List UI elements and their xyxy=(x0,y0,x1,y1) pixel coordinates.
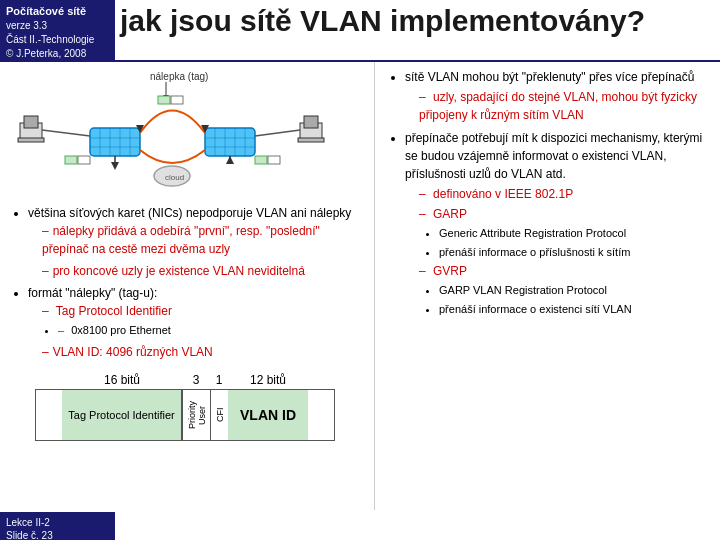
part: Část II.-Technologie xyxy=(6,33,109,47)
svg-rect-29 xyxy=(268,156,280,164)
lekce-label: Lekce II-2 xyxy=(6,516,109,529)
tag-table: Tag Protocol Identifier User Priority CF… xyxy=(35,389,335,441)
footer-panel: Lekce II-2 Slide č. 23 xyxy=(0,512,115,540)
garp-sub-1: Generic Attribute Registration Protocol xyxy=(439,225,712,242)
left-column: nálepka (tag) xyxy=(0,62,370,510)
svg-rect-26 xyxy=(65,156,77,164)
bits-3: 3 xyxy=(182,373,210,387)
sub-bullet-2a: Tag Protocol Identifier 0x8100 pro Ether… xyxy=(42,302,360,339)
svg-marker-35 xyxy=(226,156,234,164)
svg-rect-8 xyxy=(90,128,140,156)
tag-table-section: 16 bitů 3 1 12 bitů Tag Protocol Identif… xyxy=(10,373,360,441)
network-diagram: nálepka (tag) xyxy=(10,68,360,198)
vertical-divider xyxy=(374,62,375,510)
svg-rect-7 xyxy=(298,138,324,142)
gvrp-sub-1: GARP VLAN Registration Protocol xyxy=(439,282,712,299)
header-left-panel: Počítačové sítě verze 3.3 Část II.-Techn… xyxy=(0,0,115,60)
right-bullet-1: sítě VLAN mohou být "překlenuty" přes ví… xyxy=(405,68,712,124)
sub-bullet-2c: VLAN ID: 4096 různých VLAN xyxy=(42,343,360,361)
tag-cell-tpi: Tag Protocol Identifier xyxy=(62,390,182,440)
bits-12: 12 bitů xyxy=(228,373,308,387)
bits-header: 16 bitů 3 1 12 bitů xyxy=(10,373,360,387)
bullet-1: většina síťových karet (NICs) nepodporuj… xyxy=(28,204,360,280)
garp-sub-2: přenáší informace o příslušnosti k sítím xyxy=(439,244,712,261)
gvrp-sub-2: přenáší informace o existenci sítí VLAN xyxy=(439,301,712,318)
svg-text:cloud: cloud xyxy=(165,173,184,182)
right-sub-2b: GARP Generic Attribute Registration Prot… xyxy=(419,205,712,260)
svg-line-23 xyxy=(255,130,300,136)
right-column: sítě VLAN mohou být "překlenuty" přes ví… xyxy=(379,62,720,510)
right-bullet-2: přepínače potřebují mít k dispozici mech… xyxy=(405,129,712,317)
svg-line-22 xyxy=(42,130,90,136)
version: verze 3.3 xyxy=(6,19,109,33)
content-area: nálepka (tag) xyxy=(0,62,720,510)
svg-rect-3 xyxy=(24,116,38,128)
svg-marker-33 xyxy=(111,162,119,170)
svg-rect-28 xyxy=(255,156,267,164)
tag-cell-vlan-id: VLAN ID xyxy=(228,390,308,440)
svg-text:nálepka (tag): nálepka (tag) xyxy=(150,71,208,82)
tag-cell-cfi: CFI xyxy=(210,390,228,440)
sub-sub-2b: 0x8100 pro Ethernet xyxy=(58,322,360,339)
svg-rect-6 xyxy=(304,116,318,128)
right-sub-1a: uzly, spadající do stejné VLAN, mohou bý… xyxy=(419,88,712,124)
bits-16: 16 bitů xyxy=(62,373,182,387)
right-sub-2a: definováno v IEEE 802.1P xyxy=(419,185,712,203)
app-name: Počítačové sítě xyxy=(6,4,109,19)
sub-bullet-1b: pro koncové uzly je existence VLAN nevid… xyxy=(42,262,360,280)
svg-rect-4 xyxy=(18,138,44,142)
svg-rect-15 xyxy=(205,128,255,156)
right-sub-2c: GVRP GARP VLAN Registration Protocol pře… xyxy=(419,262,712,317)
sub-bullet-1a: nálepky přidává a odebírá "první", resp.… xyxy=(42,222,360,258)
left-bullets: většina síťových karet (NICs) nepodporuj… xyxy=(10,204,360,365)
svg-rect-27 xyxy=(78,156,90,164)
page-title: jak jsou sítě VLAN implementovány? xyxy=(120,4,720,38)
bullet-2: formát "nálepky" (tag-u): Tag Protocol I… xyxy=(28,284,360,361)
svg-rect-31 xyxy=(171,96,183,104)
svg-rect-30 xyxy=(158,96,170,104)
bits-1: 1 xyxy=(210,373,228,387)
tag-cell-user-priority: User Priority xyxy=(182,390,210,440)
slide-label: Slide č. 23 xyxy=(6,529,109,540)
